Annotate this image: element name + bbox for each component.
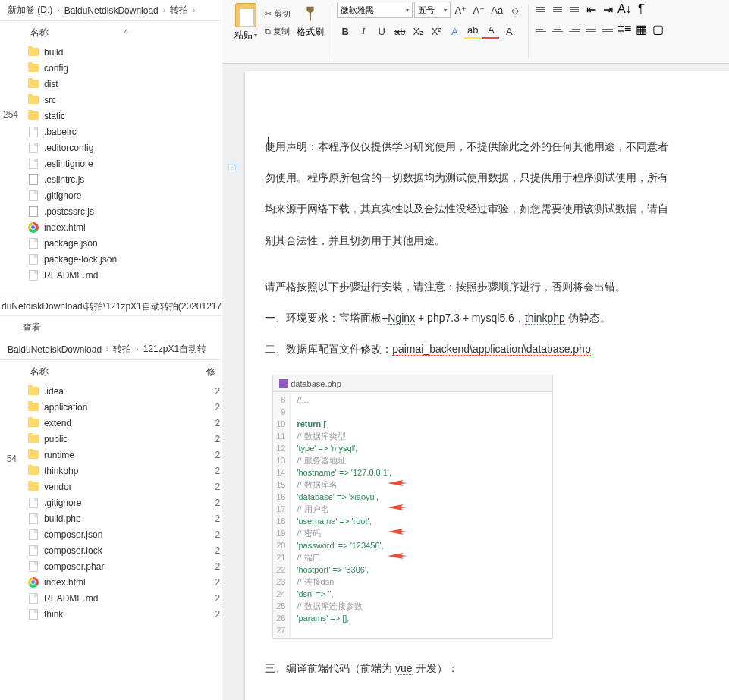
paste-button[interactable]: 粘贴▾ — [230, 2, 262, 43]
align-left-button[interactable] — [533, 21, 548, 36]
font-color-button[interactable]: A — [482, 23, 499, 39]
indent-right-button[interactable]: ⇥ — [600, 2, 615, 17]
file-row[interactable]: config — [0, 60, 222, 76]
file-row[interactable]: .eslintrc.js — [0, 171, 222, 187]
format-painter-button[interactable]: 格式刷 — [294, 2, 327, 43]
file-row[interactable]: README.md — [0, 267, 222, 283]
border-button[interactable]: ▢ — [650, 21, 665, 36]
file-row[interactable]: README.md2 — [0, 590, 222, 606]
file-row[interactable]: .gitignore2 — [0, 494, 222, 510]
file-row[interactable]: package-lock.json — [0, 251, 222, 267]
annotation-arrow-icon — [388, 501, 407, 507]
file-modified: 2 — [215, 482, 220, 492]
file-row[interactable]: think2 — [0, 606, 222, 622]
col-modified[interactable]: 修 — [206, 366, 215, 378]
indent-left-button[interactable]: ⇤ — [583, 2, 599, 17]
shrink-font-button[interactable]: A⁻ — [470, 2, 487, 18]
superscript-button[interactable]: X² — [428, 23, 445, 39]
file-name: index.html — [44, 222, 86, 233]
char-border-button[interactable]: A — [501, 23, 517, 39]
paste-options-icon[interactable]: 📄 — [225, 161, 239, 174]
bold-button[interactable]: B — [337, 23, 354, 39]
highlight-button[interactable]: ab — [464, 23, 481, 39]
file-name: src — [44, 95, 56, 105]
bc-item[interactable]: 新加卷 (D:) — [3, 4, 57, 17]
subscript-button[interactable]: X₂ — [410, 23, 426, 39]
file-name: composer.lock — [44, 545, 102, 556]
change-case-button[interactable]: Aа — [489, 2, 505, 18]
file-row[interactable]: index.html2 — [0, 574, 222, 590]
strike-button[interactable]: ab — [391, 23, 408, 39]
file-row[interactable]: .idea2 — [0, 383, 222, 399]
item-count-1: 254 — [0, 109, 18, 120]
file-name: README.md — [44, 270, 98, 281]
paste-icon — [235, 3, 256, 27]
file-row[interactable]: index.html — [0, 219, 222, 235]
file-name: composer.phar — [44, 561, 104, 572]
align-center-button[interactable] — [550, 21, 565, 36]
file-row[interactable]: application2 — [0, 399, 222, 415]
align-right-button[interactable] — [567, 21, 582, 36]
file-row[interactable]: composer.json2 — [0, 526, 222, 542]
breadcrumb-1[interactable]: 新加卷 (D:) › BaiduNetdiskDownload › 转拍 › — [0, 0, 222, 21]
distribute-button[interactable] — [600, 21, 615, 36]
file-row[interactable]: .babelrc — [0, 124, 222, 140]
file-row[interactable]: package.json — [0, 235, 222, 251]
doc-paragraph: 三、编译前端代码（前端为 vue 开发）： — [265, 654, 729, 683]
file-name: README.md — [44, 593, 98, 604]
italic-button[interactable]: I — [355, 23, 372, 39]
breadcrumb-2[interactable]: BaiduNetdiskDownload › 转拍 › 121zpX1自动转 — [0, 339, 222, 360]
show-marks-button[interactable]: ¶ — [633, 2, 649, 17]
justify-button[interactable] — [583, 21, 599, 36]
document-area[interactable]: 📄 使用声明：本程序仅仅提供学习研究使用，不提供除此之外的任何其他用途，不同意者… — [222, 64, 729, 700]
shading-button[interactable]: ▦ — [633, 21, 649, 36]
cut-button[interactable]: ✂ 剪切 — [262, 7, 294, 21]
file-row[interactable]: build.php2 — [0, 510, 222, 526]
grow-font-button[interactable]: A⁺ — [452, 2, 469, 18]
path-bar[interactable]: duNetdiskDownload\转拍\121zpX1自动转拍(2020121… — [0, 297, 222, 316]
file-row[interactable]: dist — [0, 76, 222, 92]
file-row[interactable]: src — [0, 92, 222, 108]
text-effect-button[interactable]: A — [446, 23, 463, 39]
sort-button[interactable]: A↓ — [617, 2, 632, 17]
file-name: index.html — [44, 577, 86, 588]
document-page[interactable]: 📄 使用声明：本程序仅仅提供学习研究使用，不提供除此之外的任何其他用途，不同意者… — [245, 71, 729, 700]
view-tab[interactable]: 查看 — [0, 316, 222, 339]
file-row[interactable]: extend2 — [0, 415, 222, 431]
file-row[interactable]: runtime2 — [0, 447, 222, 463]
file-row[interactable]: thinkphp2 — [0, 463, 222, 479]
underline-button[interactable]: U — [373, 23, 390, 39]
multilevel-list-button[interactable] — [567, 2, 582, 17]
col-name[interactable]: 名称^ — [30, 27, 128, 39]
file-row[interactable]: .eslintignore — [0, 155, 222, 171]
clear-format-button[interactable]: ◇ — [507, 2, 523, 18]
line-spacing-button[interactable]: ‡≡ — [617, 21, 632, 36]
file-name: .gitignore — [44, 190, 81, 201]
file-row[interactable]: public2 — [0, 431, 222, 447]
font-name-dropdown[interactable]: 微软雅黑▾ — [337, 2, 413, 18]
file-name: .postcssrc.js — [44, 206, 94, 217]
file-modified: 2 — [215, 561, 220, 572]
bc-item[interactable]: 转拍 — [165, 4, 193, 17]
file-row[interactable]: vendor2 — [0, 479, 222, 494]
bc-item[interactable]: BaiduNetdiskDownload — [3, 344, 106, 355]
file-row[interactable]: build — [0, 44, 222, 60]
copy-icon: ⧉ — [265, 27, 271, 36]
bc-item[interactable]: BaiduNetdiskDownload — [60, 5, 163, 16]
font-size-dropdown[interactable]: 五号▾ — [414, 2, 451, 18]
file-row[interactable]: static — [0, 108, 222, 124]
bc-item[interactable]: 121zpX1自动转 — [139, 343, 211, 356]
file-row[interactable]: .postcssrc.js — [0, 203, 222, 219]
bullet-list-button[interactable] — [533, 2, 548, 17]
copy-button[interactable]: ⧉ 复制 — [262, 24, 294, 39]
file-modified: 2 — [215, 402, 220, 413]
file-row[interactable]: .gitignore — [0, 187, 222, 203]
bc-item[interactable]: 转拍 — [108, 343, 136, 356]
doc-paragraph: 使用声明：本程序仅仅提供学习研究使用，不提供除此之外的任何其他用途，不同意者 — [265, 132, 729, 162]
number-list-button[interactable] — [550, 2, 565, 17]
file-row[interactable]: composer.phar2 — [0, 558, 222, 574]
ribbon: 粘贴▾ ✂ 剪切 ⧉ 复制 格式刷 微软雅黑▾ 五号▾ A⁺ A⁻ Aа — [222, 0, 729, 64]
col-name[interactable]: 名称 — [30, 366, 49, 378]
file-row[interactable]: .editorconfig — [0, 140, 222, 155]
file-row[interactable]: composer.lock2 — [0, 542, 222, 558]
